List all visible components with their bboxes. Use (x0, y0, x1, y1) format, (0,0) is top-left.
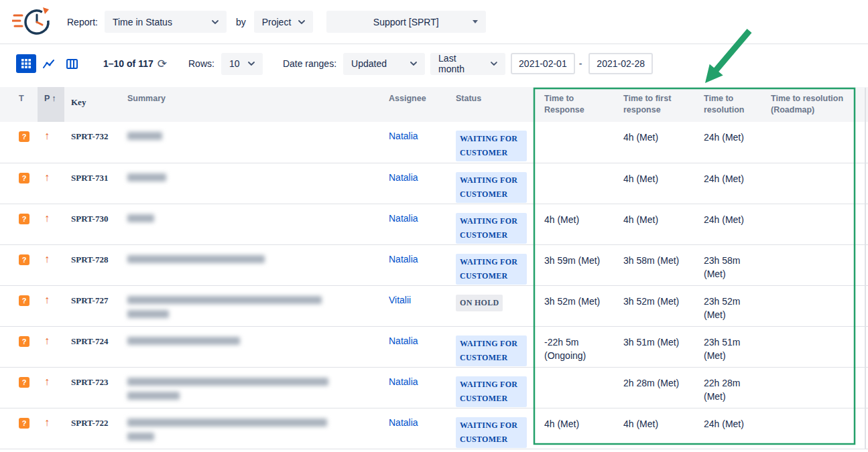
priority-cell: ↑ (38, 408, 64, 449)
assignee-cell: Natalia (382, 204, 449, 244)
assignee-link[interactable]: Natalia (389, 131, 418, 141)
issues-table: TP↑KeySummaryAssigneeStatusTime to Respo… (0, 87, 868, 449)
issue-key: SPRT-728 (64, 244, 121, 285)
status-lozenge: WAITING FOR CUSTOMER (456, 417, 527, 448)
issue-summary-redacted (121, 244, 382, 285)
status-lozenge: WAITING FOR CUSTOMER (456, 213, 527, 244)
question-type-icon: ? (19, 254, 29, 265)
priority-cell: ↑ (38, 204, 64, 244)
issue-key: SPRT-727 (64, 285, 121, 326)
column-header-label: Key (71, 97, 86, 107)
priority-cell: ↑ (38, 163, 64, 204)
time-to-first-response-cell: 3h 52m (Met) (617, 285, 697, 326)
question-type-icon: ? (19, 418, 29, 429)
time-to-resolution-cell: 23h 58m (Met) (697, 244, 764, 285)
column-header-t[interactable]: T (0, 87, 38, 122)
project-select[interactable]: Support [SPRT] (326, 11, 486, 33)
assignee-link[interactable]: Natalia (389, 254, 418, 265)
column-header-time-to-resolution[interactable]: Time to resolution (697, 87, 764, 122)
time-to-first-response-cell: 4h (Met) (617, 204, 697, 244)
rows-label: Rows: (188, 58, 214, 69)
refresh-button[interactable]: ⟳ (153, 58, 171, 70)
date-separator: - (579, 58, 582, 69)
question-type-icon: ? (19, 295, 29, 306)
view-grid-button[interactable] (16, 54, 36, 73)
assignee-cell: Natalia (382, 326, 449, 367)
redacted-text-bar (127, 255, 265, 263)
date-field-value: Updated (351, 58, 387, 69)
time-to-resolution-cell: 23h 51m (Met) (697, 326, 764, 367)
assignee-cell: Natalia (382, 163, 449, 204)
view-chart-button[interactable] (39, 54, 59, 73)
rows-per-page-value: 10 (229, 58, 240, 69)
date-field-select[interactable]: Updated (343, 53, 425, 75)
time-to-resolution-cell: 22h 28m (Met) (697, 367, 764, 408)
vertical-scrollbar[interactable] (865, 88, 866, 449)
assignee-link[interactable]: Natalia (389, 335, 418, 346)
view-columns-button[interactable] (62, 54, 82, 73)
column-header-key[interactable]: Key (64, 87, 121, 122)
time-to-response-cell (538, 163, 617, 204)
time-to-resolution-roadmap-cell (764, 408, 868, 449)
priority-cell: ↑ (38, 244, 64, 285)
type-cell: ? (0, 163, 38, 204)
redacted-text-bar (127, 392, 180, 400)
column-header-summary[interactable]: Summary (121, 87, 382, 122)
status-cell: WAITING FOR CUSTOMER (449, 408, 538, 449)
assignee-cell: Natalia (382, 367, 449, 408)
issue-row: ?↑SPRT-724NataliaWAITING FOR CUSTOMER-22… (0, 326, 868, 367)
time-in-status-logo (12, 4, 54, 40)
time-to-response-cell: 4h (Met) (538, 408, 617, 449)
table-body: ?↑SPRT-732NataliaWAITING FOR CUSTOMER4h … (0, 122, 868, 449)
time-to-response-cell: 4h (Met) (538, 204, 617, 244)
redacted-text-bar (127, 337, 240, 345)
issue-key: SPRT-730 (64, 204, 121, 244)
column-header-time-to-resolution-roadmap[interactable]: Time to resolution (Roadmap) (764, 87, 868, 122)
column-header-time-to-response[interactable]: Time to Response (538, 87, 617, 122)
time-to-resolution-cell: 24h (Met) (697, 122, 764, 163)
redacted-text-bar (127, 132, 162, 140)
report-type-select[interactable]: Time in Status (105, 11, 227, 33)
date-to-input[interactable]: 2021-02-28 (588, 53, 653, 74)
time-to-resolution-cell: 24h (Met) (697, 163, 764, 204)
priority-up-icon: ↑ (44, 212, 50, 224)
chevron-down-icon (212, 20, 219, 24)
priority-up-icon: ↑ (44, 294, 50, 305)
issue-row: ?↑SPRT-727VitaliiON HOLD3h 52m (Met)3h 5… (0, 285, 868, 326)
redacted-text-bar (127, 214, 154, 222)
refresh-icon: ⟳ (158, 58, 167, 70)
report-type-value: Time in Status (113, 17, 172, 27)
issue-summary-redacted (121, 285, 382, 326)
issue-summary-redacted (121, 163, 382, 204)
time-to-response-cell (538, 122, 617, 163)
column-header-status[interactable]: Status (449, 87, 538, 122)
assignee-link[interactable]: Natalia (389, 213, 418, 224)
report-scope-value: Project (262, 17, 292, 27)
assignee-cell: Natalia (382, 122, 449, 163)
column-header-time-to-first-response[interactable]: Time to first response (617, 87, 697, 122)
assignee-link[interactable]: Vitalii (389, 295, 411, 305)
column-header-assignee[interactable]: Assignee (382, 87, 449, 122)
time-to-resolution-roadmap-cell (764, 244, 868, 285)
column-header-label: Time to first response (623, 94, 671, 115)
priority-up-icon: ↑ (44, 417, 50, 428)
assignee-link[interactable]: Natalia (389, 172, 418, 183)
time-to-resolution-cell: 24h (Met) (697, 204, 764, 244)
status-cell: ON HOLD (449, 285, 538, 326)
issue-key: SPRT-731 (64, 163, 121, 204)
column-header-p[interactable]: P↑ (38, 87, 64, 122)
status-cell: WAITING FOR CUSTOMER (449, 326, 538, 367)
date-preset-select[interactable]: Last month (430, 53, 505, 75)
rows-per-page-select[interactable]: 10 (221, 53, 263, 75)
assignee-link[interactable]: Natalia (389, 417, 418, 428)
redacted-text-bar (127, 173, 166, 181)
issue-summary-redacted (121, 408, 382, 449)
view-toggle-group (16, 54, 82, 73)
type-cell: ? (0, 408, 38, 449)
time-to-resolution-roadmap-cell (764, 122, 868, 163)
report-scope-select[interactable]: Project (254, 11, 313, 33)
status-cell: WAITING FOR CUSTOMER (449, 204, 538, 244)
status-cell: WAITING FOR CUSTOMER (449, 122, 538, 163)
assignee-link[interactable]: Natalia (389, 376, 418, 387)
date-from-input[interactable]: 2021-02-01 (511, 53, 575, 74)
